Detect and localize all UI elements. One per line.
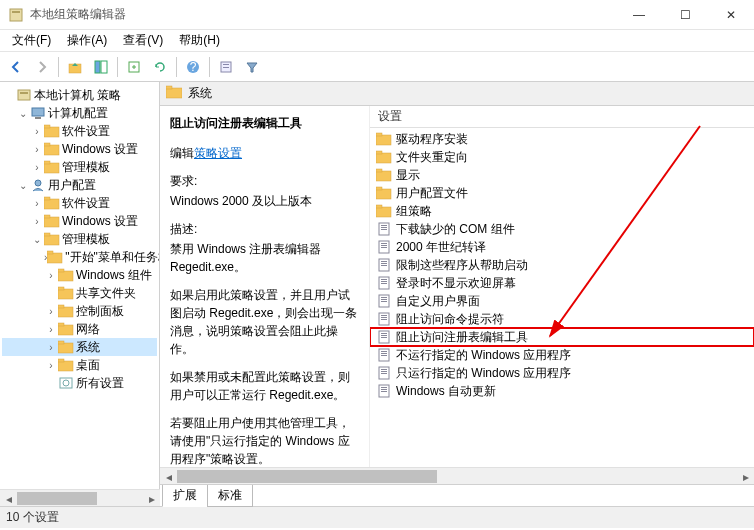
list-item[interactable]: 用户配置文件 [370,184,754,202]
folder-icon [58,357,74,373]
folder-icon [44,213,60,229]
close-button[interactable]: ✕ [708,0,754,30]
expand-toggle[interactable]: › [44,270,58,281]
list-item[interactable]: Windows 自动更新 [370,382,754,400]
showhide-button[interactable] [89,55,113,79]
content-header: 系统 [160,82,754,106]
up-button[interactable] [63,55,87,79]
svg-rect-75 [381,301,387,302]
folder-icon [376,131,392,147]
list-item-label: 下载缺少的 COM 组件 [396,221,515,238]
tree-node[interactable]: ›桌面 [2,356,157,374]
expand-toggle[interactable]: › [30,198,44,209]
svg-rect-48 [376,153,391,163]
tree-node[interactable]: 本地计算机 策略 [2,86,157,104]
menu-item[interactable]: 帮助(H) [171,30,228,51]
list-item[interactable]: 登录时不显示欢迎屏幕 [370,274,754,292]
svg-rect-82 [381,335,387,336]
expand-toggle[interactable]: › [44,342,58,353]
tab[interactable]: 扩展 [162,485,208,507]
maximize-button[interactable]: ☐ [662,0,708,30]
scroll-thumb[interactable] [17,492,97,505]
list-item-label: Windows 自动更新 [396,383,496,400]
svg-rect-59 [381,229,387,230]
tree-node[interactable]: ›软件设置 [2,194,157,212]
svg-rect-66 [381,263,387,264]
svg-rect-51 [376,169,382,172]
edit-policy-link[interactable]: 策略设置 [194,146,242,160]
menu-item[interactable]: 文件(F) [4,30,59,51]
menu-item[interactable]: 操作(A) [59,30,115,51]
svg-rect-86 [381,353,387,354]
list-item[interactable]: 自定义用户界面 [370,292,754,310]
help-button[interactable]: ? [181,55,205,79]
tree-pane[interactable]: 本地计算机 策略⌄计算机配置›软件设置›Windows 设置›管理模板⌄用户配置… [0,82,160,506]
expand-toggle[interactable]: › [44,306,58,317]
list-item[interactable]: 不运行指定的 Windows 应用程序 [370,346,754,364]
expand-toggle[interactable]: ⌄ [16,180,30,191]
svg-rect-14 [35,117,41,119]
tree-node[interactable]: ⌄用户配置 [2,176,157,194]
svg-rect-73 [381,297,387,298]
list-item[interactable]: 阻止访问注册表编辑工具 [370,328,754,346]
list-item[interactable]: 阻止访问命令提示符 [370,310,754,328]
tab[interactable]: 标准 [207,485,253,507]
tree-node[interactable]: ›Windows 设置 [2,212,157,230]
list-item[interactable]: 驱动程序安装 [370,130,754,148]
forward-button[interactable] [30,55,54,79]
tree-node[interactable]: ⌄计算机配置 [2,104,157,122]
tree-node[interactable]: 共享文件夹 [2,284,157,302]
folder-icon [58,321,74,337]
tree-node[interactable]: ›系统 [2,338,157,356]
list-item[interactable]: 组策略 [370,202,754,220]
expand-toggle[interactable]: › [30,216,44,227]
list-item[interactable]: 文件夹重定向 [370,148,754,166]
tree-node[interactable]: ›Windows 组件 [2,266,157,284]
scroll-right-arrow[interactable]: ▸ [143,490,160,507]
tree-node[interactable]: ›控制面板 [2,302,157,320]
policy-icon [376,347,392,363]
list-item[interactable]: 限制这些程序从帮助启动 [370,256,754,274]
expand-toggle[interactable]: ⌄ [16,108,30,119]
expand-toggle[interactable]: › [44,360,58,371]
expand-toggle[interactable]: › [44,324,58,335]
export-button[interactable] [122,55,146,79]
svg-rect-33 [58,287,64,290]
scroll-left-arrow[interactable]: ◂ [160,468,177,485]
policy-icon [376,383,392,399]
scroll-right-arrow[interactable]: ▸ [737,468,754,485]
expand-toggle[interactable]: ⌄ [30,234,44,245]
tree-node[interactable]: ›Windows 设置 [2,140,157,158]
tree-node[interactable]: ›网络 [2,320,157,338]
tree-node[interactable]: ›管理模板 [2,158,157,176]
back-button[interactable] [4,55,28,79]
properties-button[interactable] [214,55,238,79]
svg-rect-94 [381,389,387,390]
tree-hscroll[interactable]: ◂ ▸ [0,489,160,506]
list-item-label: 组策略 [396,203,432,220]
expand-toggle[interactable]: › [30,126,44,137]
list-item[interactable]: 下载缺少的 COM 组件 [370,220,754,238]
expand-toggle[interactable]: › [30,162,44,173]
svg-rect-28 [47,253,62,263]
menu-item[interactable]: 查看(V) [115,30,171,51]
svg-rect-31 [58,269,64,272]
refresh-button[interactable] [148,55,172,79]
filter-button[interactable] [240,55,264,79]
tree-node[interactable]: ›软件设置 [2,122,157,140]
scroll-thumb[interactable] [177,470,437,483]
list-item[interactable]: 2000 年世纪转译 [370,238,754,256]
svg-rect-49 [376,151,382,154]
list-item[interactable]: 只运行指定的 Windows 应用程序 [370,364,754,382]
req-text: Windows 2000 及以上版本 [170,192,359,210]
minimize-button[interactable]: — [616,0,662,30]
tree-node[interactable]: 所有设置 [2,374,157,392]
list-item[interactable]: 显示 [370,166,754,184]
list-column-header[interactable]: 设置 [370,106,754,128]
edit-prefix: 编辑 [170,146,194,160]
tree-node[interactable]: ⌄管理模板 [2,230,157,248]
scroll-left-arrow[interactable]: ◂ [0,490,17,507]
expand-toggle[interactable]: › [30,144,44,155]
tree-node[interactable]: ›"开始"菜单和任务栏 [2,248,157,266]
content-hscroll[interactable]: ◂ ▸ [160,467,754,484]
